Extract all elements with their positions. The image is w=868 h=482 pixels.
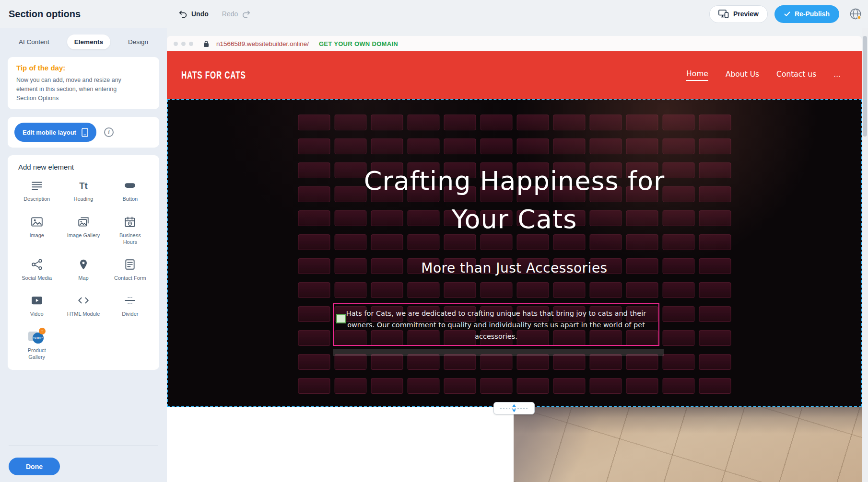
tile [407,234,439,250]
topbar-actions: Preview Re-Publish [709,0,863,28]
tile [371,162,403,178]
topbar: Section options Undo Redo Preview Re-Pub… [0,0,868,28]
element-social-media[interactable]: Social Media [14,258,59,281]
edit-mobile-layout-button[interactable]: Edit mobile layout [14,123,96,142]
tile [553,186,585,202]
history-controls: Undo Redo [178,0,251,28]
edit-mobile-layout-label: Edit mobile layout [23,129,76,136]
vertical-scrollbar[interactable] [862,28,868,482]
element-html-module[interactable]: HTML Module [61,294,106,317]
tile [589,354,622,370]
add-element-card: Add new element Description Tt Heading B… [8,155,159,370]
map-icon [77,258,90,271]
divider-icon [124,294,136,307]
element-product-gallery[interactable]: SHOP Product Gallery [14,330,59,361]
tile [407,186,439,202]
tile [626,234,658,250]
tile [699,330,731,346]
next-section-image [514,407,862,482]
element-business-hours[interactable]: Business Hours [108,215,152,246]
element-map[interactable]: Map [61,258,106,281]
tile [298,354,330,370]
tile [298,210,330,226]
video-icon [31,294,43,307]
tile [662,138,694,154]
tile [553,210,585,226]
nav-home[interactable]: Home [686,69,708,81]
tile [626,115,658,130]
tile [699,282,731,298]
tile [699,354,731,370]
sidebar-divider [9,446,158,446]
nav-about-us[interactable]: About Us [726,70,759,80]
tile [444,162,476,178]
tile [407,210,439,226]
image-icon [31,215,43,229]
info-icon[interactable] [104,127,114,137]
tile [407,282,439,298]
tile [444,138,476,154]
undo-button[interactable]: Undo [178,10,209,18]
tile [334,138,366,154]
element-grid: Description Tt Heading Button Image Imag… [14,179,152,360]
tile [626,282,658,298]
site-preview: HATS FOR CATS Home About Us Contact us .… [167,51,862,482]
tab-design[interactable]: Design [121,34,155,49]
tile [553,162,585,178]
tile [662,330,694,346]
tile [480,138,512,154]
done-button[interactable]: Done [9,458,60,475]
scrollbar-thumb[interactable] [863,36,867,137]
tile [589,378,622,394]
tile [589,258,622,274]
republish-button[interactable]: Re-Publish [774,5,839,23]
tile [480,282,512,298]
tile [626,378,658,394]
tile [699,378,731,394]
tab-ai-content[interactable]: AI Content [12,34,57,49]
tile [662,115,694,130]
element-description[interactable]: Description [14,179,59,202]
tile [298,138,330,154]
tile [371,234,403,250]
contact-form-icon [124,258,136,271]
tile [626,258,658,274]
phone-icon [82,128,88,137]
tile [589,282,622,298]
resize-arrows-icon [499,403,529,413]
element-divider[interactable]: Divider [108,294,152,317]
tile [480,162,512,178]
tab-elements[interactable]: Elements [67,34,110,49]
section-resize-handle[interactable] [493,402,535,414]
tile [553,115,585,130]
hero-section[interactable]: Crafting Happiness for Your Cats More th… [167,99,862,407]
tile [553,282,585,298]
nav-more[interactable]: ... [833,70,841,80]
tile [516,354,549,370]
drag-handle[interactable] [336,314,346,323]
tile [516,210,549,226]
selected-text-element[interactable]: Hats for Cats, we are dedicated to craft… [333,303,659,346]
site-header: HATS FOR CATS Home About Us Contact us .… [167,51,862,99]
element-image[interactable]: Image [14,215,59,246]
image-gallery-icon [77,215,90,229]
element-button[interactable]: Button [108,179,152,202]
preview-icon [718,10,729,18]
tile [407,162,439,178]
element-image-gallery[interactable]: Image Gallery [61,215,106,246]
element-contact-form[interactable]: Contact Form [108,258,152,281]
tile [516,162,549,178]
tile [480,258,512,274]
element-video[interactable]: Video [14,294,59,317]
language-globe-button[interactable] [848,6,863,22]
element-heading[interactable]: Tt Heading [61,179,106,202]
tile [699,306,731,322]
redo-button[interactable]: Redo [222,10,251,18]
tile [371,138,403,154]
tile [662,210,694,226]
nav-contact-us[interactable]: Contact us [776,70,816,80]
preview-label: Preview [733,10,759,18]
tile [553,138,585,154]
get-your-own-domain-link[interactable]: GET YOUR OWN DOMAIN [319,40,398,47]
preview-button[interactable]: Preview [709,5,768,23]
